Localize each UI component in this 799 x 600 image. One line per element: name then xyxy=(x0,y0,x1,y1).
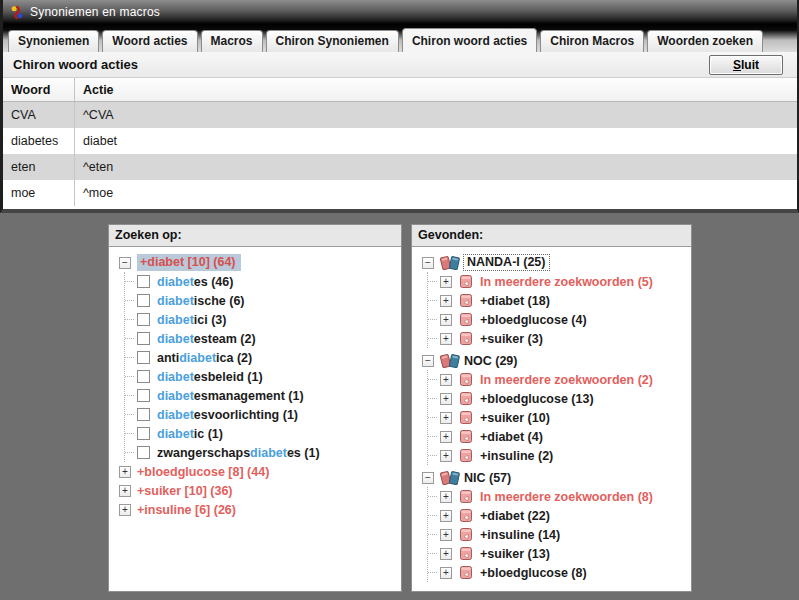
table-row[interactable]: diabetesdiabet xyxy=(3,128,797,154)
search-term-label[interactable]: +suiker [10] (36) xyxy=(137,484,233,498)
found-term-label[interactable]: +bloedglucose (8) xyxy=(480,566,587,580)
expand-icon[interactable]: + xyxy=(440,412,452,424)
found-term-label[interactable]: +insuline (14) xyxy=(480,528,560,542)
found-term-label[interactable]: In meerdere zoekwoorden (2) xyxy=(480,373,653,387)
found-term-row: ++diabet (18) xyxy=(428,291,689,310)
found-term-label[interactable]: +suiker (3) xyxy=(480,332,543,346)
collapse-icon[interactable]: − xyxy=(422,257,434,269)
titlebar[interactable]: Synoniemen en macros xyxy=(3,0,797,24)
expand-icon[interactable]: + xyxy=(440,529,452,541)
word-label[interactable]: diabetic (1) xyxy=(157,427,223,441)
found-term-label[interactable]: +diabet (18) xyxy=(480,294,550,308)
word-label[interactable]: diabetesmanagement (1) xyxy=(157,389,304,403)
column-header-woord[interactable]: Woord xyxy=(3,78,75,101)
word-label[interactable]: diabetici (3) xyxy=(157,313,226,327)
word-checkbox[interactable] xyxy=(137,446,150,459)
word-label[interactable]: diabetesteam (2) xyxy=(157,332,256,346)
tab-chiron-synoniemen[interactable]: Chiron Synoniemen xyxy=(266,30,399,52)
found-term-label[interactable]: +insuline (2) xyxy=(480,449,553,463)
word-label[interactable]: diabetes (46) xyxy=(157,275,233,289)
found-term-label[interactable]: +bloedglucose (13) xyxy=(480,392,594,406)
plain-text: esteam (2) xyxy=(194,332,256,346)
word-label[interactable]: diabetesbeleid (1) xyxy=(157,370,263,384)
found-term-label[interactable]: +diabet (4) xyxy=(480,430,543,444)
word-checkbox[interactable] xyxy=(137,332,150,345)
word-checkbox[interactable] xyxy=(137,351,150,364)
tree-connector xyxy=(125,357,134,358)
tab-macros[interactable]: Macros xyxy=(201,30,263,52)
expand-icon[interactable]: + xyxy=(440,450,452,462)
expand-icon[interactable]: + xyxy=(440,393,452,405)
collapse-icon[interactable]: − xyxy=(422,355,434,367)
expand-icon[interactable]: + xyxy=(440,314,452,326)
plain-text: esvoorlichting (1) xyxy=(194,408,298,422)
table-row[interactable]: moe^moe xyxy=(3,180,797,206)
book-icon xyxy=(458,274,474,289)
classification-label[interactable]: NOC (29) xyxy=(464,354,517,368)
search-term-label[interactable]: +bloedglucose [8] (44) xyxy=(137,465,269,479)
tree-connector xyxy=(125,376,134,377)
found-term-label[interactable]: +diabet (22) xyxy=(480,509,550,523)
expand-icon[interactable]: + xyxy=(440,276,452,288)
word-checkbox[interactable] xyxy=(137,389,150,402)
plain-text: es (1) xyxy=(287,446,320,460)
tab-chiron-woord-acties[interactable]: Chiron woord acties xyxy=(402,28,537,52)
tab-chiron-macros[interactable]: Chiron Macros xyxy=(540,30,644,52)
tree-connector xyxy=(428,455,437,456)
word-checkbox[interactable] xyxy=(137,313,150,326)
classification-label[interactable]: NIC (57) xyxy=(464,471,511,485)
search-term-label[interactable]: +insuline [6] (26) xyxy=(137,503,236,517)
found-term-label[interactable]: In meerdere zoekwoorden (8) xyxy=(480,490,653,504)
expand-icon[interactable]: + xyxy=(119,485,131,497)
cell-actie: ^CVA xyxy=(75,102,797,128)
word-checkbox[interactable] xyxy=(137,275,150,288)
tab-synoniemen[interactable]: Synoniemen xyxy=(8,30,99,52)
found-term-label[interactable]: In meerdere zoekwoorden (5) xyxy=(480,275,653,289)
search-term-label[interactable]: +diabet [10] (64) xyxy=(137,254,241,271)
expand-icon[interactable]: + xyxy=(440,431,452,443)
word-checkbox[interactable] xyxy=(137,408,150,421)
tree-connector xyxy=(428,496,437,497)
collapse-icon[interactable]: − xyxy=(119,257,131,269)
expand-icon[interactable]: + xyxy=(440,491,452,503)
word-label[interactable]: antidiabetica (2) xyxy=(157,351,252,365)
table-header: Woord Actie xyxy=(3,78,797,102)
found-panel-title: Gevonden: xyxy=(412,225,691,247)
table-row[interactable]: eten^eten xyxy=(3,154,797,180)
sluit-button[interactable]: Sluit xyxy=(709,55,783,75)
found-term-label[interactable]: +suiker (10) xyxy=(480,411,550,425)
classification-label[interactable]: NANDA-I (25) xyxy=(464,255,549,270)
found-term-label[interactable]: +suiker (13) xyxy=(480,547,550,561)
expand-icon[interactable]: + xyxy=(440,374,452,386)
books-icon xyxy=(440,255,460,271)
tab-woord-acties[interactable]: Woord acties xyxy=(102,30,197,52)
tree-children: diabetes (46)diabetische (6)diabetici (3… xyxy=(124,272,399,462)
expand-icon[interactable]: + xyxy=(119,466,131,478)
tree-connector xyxy=(428,436,437,437)
word-checkbox[interactable] xyxy=(137,294,150,307)
expand-icon[interactable]: + xyxy=(440,548,452,560)
book-icon xyxy=(458,391,474,406)
table-row[interactable]: CVA^CVA xyxy=(3,102,797,128)
found-term-label[interactable]: +bloedglucose (4) xyxy=(480,313,587,327)
tree-connector xyxy=(428,379,437,380)
tree-children: +In meerdere zoekwoorden (5)++diabet (18… xyxy=(427,272,689,348)
word-label[interactable]: diabetische (6) xyxy=(157,294,245,308)
tree-connector xyxy=(428,553,437,554)
tree-connector xyxy=(428,281,437,282)
tree-connector xyxy=(428,338,437,339)
expand-icon[interactable]: + xyxy=(440,295,452,307)
expand-icon[interactable]: + xyxy=(440,333,452,345)
expand-icon[interactable]: + xyxy=(119,504,131,516)
word-checkbox[interactable] xyxy=(137,427,150,440)
tab-woorden-zoeken[interactable]: Woorden zoeken xyxy=(647,30,763,52)
collapse-icon[interactable]: − xyxy=(422,472,434,484)
word-label[interactable]: diabetesvoorlichting (1) xyxy=(157,408,298,422)
tree-connector xyxy=(428,515,437,516)
classification-group-row: −NOC (29) xyxy=(422,351,689,370)
word-label[interactable]: zwangerschapsdiabetes (1) xyxy=(157,446,320,460)
expand-icon[interactable]: + xyxy=(440,510,452,522)
expand-icon[interactable]: + xyxy=(440,567,452,579)
column-header-actie[interactable]: Actie xyxy=(75,78,797,101)
word-checkbox[interactable] xyxy=(137,370,150,383)
